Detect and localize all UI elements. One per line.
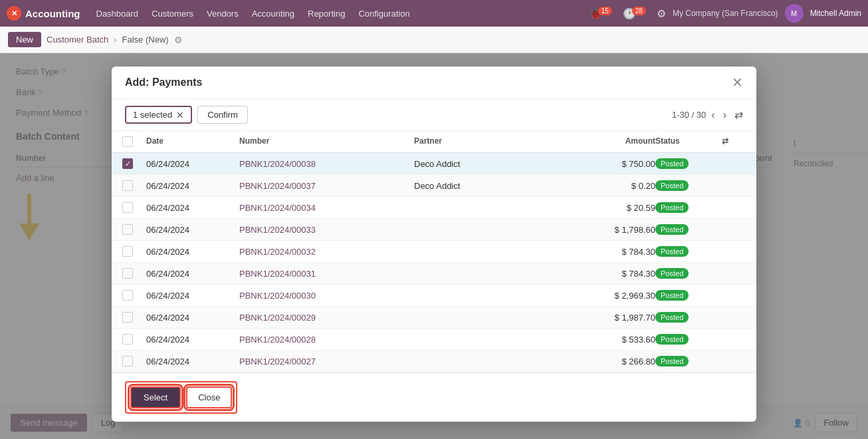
sub-navigation: New Customer Batch › False (New) ⚙ [0, 27, 868, 53]
select-all-checkbox[interactable] [122, 136, 133, 147]
row-partner: Deco Addict [414, 159, 589, 169]
select-button[interactable]: Select [130, 386, 181, 408]
top-navigation: ✕ Accounting Dashboard Customers Vendors… [0, 0, 868, 27]
row-number: PBNK1/2024/00037 [239, 181, 414, 191]
notification-badge-1: 15 [598, 7, 612, 15]
row-status: Posted [655, 180, 722, 191]
table-row[interactable]: 06/24/2024 PBNK1/2024/00028 $ 533.60 Pos… [112, 329, 756, 351]
row-checkbox[interactable] [122, 246, 146, 257]
row-number: PBNK1/2024/00038 [239, 159, 414, 169]
status-badge: Posted [655, 180, 689, 191]
settings-icon[interactable]: ⚙ [657, 7, 666, 20]
notification-badge-2: 28 [632, 7, 646, 15]
nav-accounting[interactable]: Accounting [247, 6, 300, 21]
row-amount: $ 1,798.60 [589, 225, 655, 235]
row-status: Posted [655, 356, 722, 366]
filter-icon[interactable]: ⇄ [734, 108, 743, 121]
add-payments-modal: Add: Payments ✕ 1 selected ✕ Confirm 1-3… [112, 67, 756, 422]
row-date: 06/24/2024 [146, 225, 239, 235]
filter-col-header: ⇄ [722, 136, 746, 147]
row-checkbox[interactable] [122, 334, 146, 345]
status-badge: Posted [655, 312, 689, 323]
status-column-header: Status [655, 136, 722, 147]
row-select-checkbox[interactable] [122, 290, 133, 301]
row-checkbox[interactable] [122, 180, 146, 191]
row-date: 06/24/2024 [146, 181, 239, 191]
row-date: 06/24/2024 [146, 159, 239, 169]
gear-icon[interactable]: ⚙ [174, 35, 183, 45]
selected-badge: 1 selected ✕ [125, 106, 192, 124]
modal-footer: Select Close [112, 372, 756, 422]
row-select-checkbox[interactable] [122, 224, 133, 235]
pagination: 1-30 / 30 ‹ › [672, 108, 729, 122]
company-label: My Company (San Francisco) [673, 9, 778, 18]
table-row[interactable]: 06/24/2024 PBNK1/2024/00027 $ 266.80 Pos… [112, 351, 756, 372]
row-checkbox[interactable] [122, 202, 146, 213]
breadcrumb-separator: › [114, 35, 116, 45]
clear-selection-button[interactable]: ✕ [176, 110, 184, 120]
nav-vendors[interactable]: Vendors [201, 6, 244, 21]
row-number: PBNK1/2024/00033 [239, 225, 414, 235]
selected-count-label: 1 selected [133, 110, 172, 120]
row-status: Posted [655, 290, 722, 301]
row-checkbox[interactable] [122, 356, 146, 366]
row-amount: $ 784.30 [589, 269, 655, 279]
status-badge: Posted [655, 356, 689, 366]
row-select-checkbox[interactable] [122, 334, 133, 345]
table-row[interactable]: 06/24/2024 PBNK1/2024/00030 $ 2,969.30 P… [112, 285, 756, 307]
row-select-checkbox[interactable]: ✓ [122, 158, 133, 169]
row-select-checkbox[interactable] [122, 180, 133, 191]
date-column-header: Date [146, 136, 239, 147]
table-row[interactable]: 06/24/2024 PBNK1/2024/00033 $ 1,798.60 P… [112, 219, 756, 241]
header-checkbox[interactable] [122, 136, 146, 147]
table-row[interactable]: 06/24/2024 PBNK1/2024/00032 $ 784.30 Pos… [112, 241, 756, 263]
row-number: PBNK1/2024/00031 [239, 269, 414, 279]
modal-title: Add: Payments [125, 76, 202, 88]
nav-dashboard[interactable]: Dashboard [91, 6, 144, 21]
nav-links: Dashboard Customers Vendors Accounting R… [91, 6, 578, 21]
table-row[interactable]: 06/24/2024 PBNK1/2024/00034 $ 20.59 Post… [112, 197, 756, 219]
table-row[interactable]: ✓ 06/24/2024 PBNK1/2024/00038 Deco Addic… [112, 153, 756, 175]
table-row[interactable]: 06/24/2024 PBNK1/2024/00029 $ 1,987.70 P… [112, 307, 756, 329]
row-select-checkbox[interactable] [122, 268, 133, 279]
clock-icon[interactable]: 🕐28 [623, 7, 650, 20]
close-button[interactable]: Close [186, 386, 232, 408]
logo-icon: ✕ [7, 6, 21, 21]
row-select-checkbox[interactable] [122, 202, 133, 213]
row-checkbox[interactable] [122, 312, 146, 323]
status-badge: Posted [655, 334, 689, 345]
table-row[interactable]: 06/24/2024 PBNK1/2024/00037 Deco Addict … [112, 175, 756, 197]
row-date: 06/24/2024 [146, 357, 239, 366]
row-checkbox[interactable]: ✓ [122, 158, 146, 169]
bug-icon[interactable]: 🐞15 [589, 7, 616, 20]
row-select-checkbox[interactable] [122, 356, 133, 366]
row-status: Posted [655, 268, 722, 279]
new-button[interactable]: New [8, 32, 41, 47]
nav-customers[interactable]: Customers [146, 6, 199, 21]
footer-button-group: Select Close [125, 381, 237, 414]
status-badge: Posted [655, 202, 689, 213]
breadcrumb-current: False (New) [122, 35, 169, 45]
table-row[interactable]: 06/24/2024 PBNK1/2024/00031 $ 784.30 Pos… [112, 263, 756, 285]
row-checkbox[interactable] [122, 290, 146, 301]
prev-page-button[interactable]: ‹ [708, 108, 717, 122]
modal-header: Add: Payments ✕ [112, 67, 756, 99]
next-page-button[interactable]: › [720, 108, 729, 122]
row-checkbox[interactable] [122, 268, 146, 279]
row-amount: $ 20.59 [589, 203, 655, 213]
status-badge: Posted [655, 224, 689, 235]
modal-close-button[interactable]: ✕ [732, 76, 743, 89]
row-date: 06/24/2024 [146, 313, 239, 323]
partner-column-header: Partner [414, 136, 589, 147]
row-amount: $ 0.20 [589, 181, 655, 191]
pagination-label: 1-30 / 30 [672, 110, 706, 120]
nav-reporting[interactable]: Reporting [302, 6, 350, 21]
confirm-button[interactable]: Confirm [197, 106, 248, 124]
row-checkbox[interactable] [122, 224, 146, 235]
user-name: Mitchell Admin [810, 9, 861, 18]
breadcrumb-parent[interactable]: Customer Batch [47, 35, 108, 45]
nav-configuration[interactable]: Configuration [353, 6, 415, 21]
row-select-checkbox[interactable] [122, 312, 133, 323]
row-select-checkbox[interactable] [122, 246, 133, 257]
main-content: Batch Type ? Bank ? Payment Method ? Bat… [0, 53, 868, 439]
